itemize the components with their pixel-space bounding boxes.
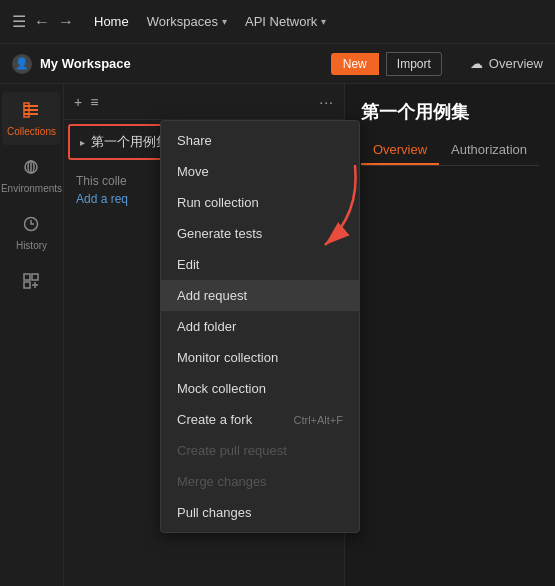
api-network-caret: ▾ (321, 16, 326, 27)
content-panel: 第一个用例集 Overview Authorization (345, 84, 555, 586)
edit-label: Edit (177, 257, 199, 272)
menu-item-mock-collection[interactable]: Mock collection (161, 373, 359, 404)
nav-workspaces[interactable]: Workspaces ▾ (147, 14, 227, 29)
create-fork-shortcut: Ctrl+Alt+F (293, 414, 343, 426)
collapse-icon[interactable]: ▸ (80, 137, 85, 148)
content-tabs: Overview Authorization (361, 136, 539, 166)
svg-rect-8 (32, 274, 38, 280)
top-nav: ☰ ← → Home Workspaces ▾ API Network ▾ (0, 0, 555, 44)
menu-item-move[interactable]: Move (161, 156, 359, 187)
context-menu: Share Move Run collection Generate tests… (160, 120, 360, 533)
collections-label: Collections (7, 126, 56, 137)
tab-overview-label: Overview (373, 142, 427, 157)
monitor-collection-label: Monitor collection (177, 350, 278, 365)
create-pull-request-label: Create pull request (177, 443, 287, 458)
menu-item-create-fork[interactable]: Create a fork Ctrl+Alt+F (161, 404, 359, 435)
workspace-icon: 👤 (12, 54, 32, 74)
sidebar: Collections Environments History (0, 84, 64, 586)
svg-rect-9 (24, 282, 30, 288)
tab-authorization-label: Authorization (451, 142, 527, 157)
share-label: Share (177, 133, 212, 148)
add-request-link[interactable]: Add a req (76, 192, 128, 206)
menu-item-run-collection[interactable]: Run collection (161, 187, 359, 218)
history-icon (21, 214, 41, 236)
menu-item-pull-changes[interactable]: Pull changes (161, 497, 359, 528)
import-button[interactable]: Import (386, 52, 442, 76)
tab-authorization[interactable]: Authorization (439, 136, 539, 165)
collections-icon (21, 100, 41, 122)
generate-tests-label: Generate tests (177, 226, 262, 241)
forward-icon[interactable]: → (58, 13, 74, 31)
merge-changes-label: Merge changes (177, 474, 267, 489)
sidebar-item-history[interactable]: History (2, 206, 60, 259)
history-label: History (16, 240, 47, 251)
move-label: Move (177, 164, 209, 179)
workspace-bar: 👤 My Workspace New Import ☁ Overview (0, 44, 555, 84)
cloud-icon: ☁ (470, 56, 483, 71)
overview-button[interactable]: ☁ Overview (470, 56, 543, 71)
add-folder-label: Add folder (177, 319, 236, 334)
overview-label: Overview (489, 56, 543, 71)
svg-rect-0 (24, 105, 38, 107)
menu-item-edit[interactable]: Edit (161, 249, 359, 280)
nav-controls: ☰ ← → (12, 12, 74, 31)
sidebar-item-collections[interactable]: Collections (2, 92, 60, 145)
menu-item-merge-changes: Merge changes (161, 466, 359, 497)
add-icon[interactable]: + (74, 94, 82, 110)
svg-rect-7 (24, 274, 30, 280)
sidebar-item-more[interactable] (2, 263, 60, 301)
nav-home[interactable]: Home (94, 14, 129, 29)
environments-icon (21, 157, 41, 179)
mock-collection-label: Mock collection (177, 381, 266, 396)
nav-api-network[interactable]: API Network ▾ (245, 14, 326, 29)
more-options-icon[interactable]: ··· (319, 94, 334, 110)
menu-item-add-request[interactable]: Add request (161, 280, 359, 311)
workspaces-caret: ▾ (222, 16, 227, 27)
pull-changes-label: Pull changes (177, 505, 251, 520)
main-layout: Collections Environments History (0, 84, 555, 586)
sidebar-item-environments[interactable]: Environments (2, 149, 60, 202)
content-title: 第一个用例集 (361, 100, 539, 124)
menu-item-monitor-collection[interactable]: Monitor collection (161, 342, 359, 373)
run-collection-label: Run collection (177, 195, 259, 210)
menu-item-create-pull-request: Create pull request (161, 435, 359, 466)
description-text: This colle (76, 174, 127, 188)
workspace-name: My Workspace (40, 56, 323, 71)
create-fork-label: Create a fork (177, 412, 252, 427)
menu-item-share[interactable]: Share (161, 125, 359, 156)
tab-overview[interactable]: Overview (361, 136, 439, 165)
nav-api-network-label: API Network (245, 14, 317, 29)
svg-rect-2 (24, 113, 38, 115)
back-icon[interactable]: ← (34, 13, 50, 31)
nav-workspaces-label: Workspaces (147, 14, 218, 29)
add-request-label: Add request (177, 288, 247, 303)
collections-panel: + ≡ ··· ▸ 第一个用例集 ☆ ··· This colle Add a … (64, 84, 345, 586)
filter-icon[interactable]: ≡ (90, 94, 98, 110)
hamburger-icon[interactable]: ☰ (12, 12, 26, 31)
panel-toolbar: + ≡ ··· (64, 84, 344, 120)
svg-rect-1 (24, 109, 38, 111)
menu-item-generate-tests[interactable]: Generate tests (161, 218, 359, 249)
menu-item-add-folder[interactable]: Add folder (161, 311, 359, 342)
grid-icon (21, 271, 41, 293)
new-button[interactable]: New (331, 53, 379, 75)
environments-label: Environments (1, 183, 62, 194)
nav-links: Home Workspaces ▾ API Network ▾ (94, 14, 326, 29)
